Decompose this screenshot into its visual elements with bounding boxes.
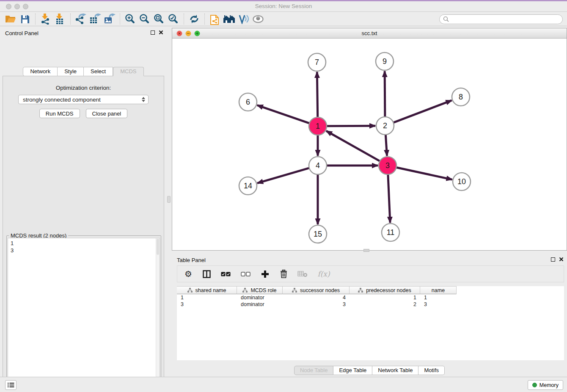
graph-edge-3-10[interactable] [396, 167, 452, 179]
mcds-result-group: MCDS result (2 nodes) 1 3 [6, 235, 161, 392]
application-window: Session: New Session [0, 0, 567, 392]
result-scrollbar-thumb[interactable] [157, 239, 159, 255]
close-panel-icon[interactable] [159, 30, 163, 35]
graph-edge-3-1[interactable] [326, 131, 380, 161]
cell-predecessor-nodes[interactable]: 2 [350, 301, 420, 308]
run-mcds-button[interactable]: Run MCDS [39, 109, 80, 118]
import-table-button[interactable] [53, 13, 67, 25]
select-all-columns-button[interactable] [220, 268, 231, 280]
create-column-button[interactable] [259, 268, 270, 280]
column-header-name[interactable]: name [420, 286, 457, 294]
tab-style[interactable]: Style [58, 67, 84, 76]
cell-successor-nodes[interactable]: 3 [283, 301, 350, 308]
tab-select[interactable]: Select [84, 67, 113, 76]
save-floppy-icon [20, 14, 30, 24]
control-panel-header: Control Panel [0, 26, 167, 40]
control-panel-tabs: Network Style Select MCDS [0, 67, 167, 76]
delete-column-button[interactable] [278, 268, 289, 280]
memory-button[interactable]: Memory [528, 380, 563, 390]
cell-mcds-role[interactable]: dominator [237, 294, 283, 301]
export-image-button[interactable] [102, 13, 117, 25]
float-panel-icon[interactable] [151, 30, 155, 35]
graph-edge-1-2[interactable] [327, 126, 375, 126]
table-settings-button[interactable]: ⚙ [183, 268, 193, 280]
tab-mcds[interactable]: MCDS [113, 67, 143, 76]
cell-successor-nodes[interactable]: 4 [283, 294, 350, 301]
tab-edge-table[interactable]: Edge Table [333, 366, 372, 375]
table-row[interactable]: 1 dominator 4 1 1 [177, 294, 564, 301]
network-graph[interactable]: 7968124314101511 [172, 39, 567, 250]
column-header-mcds-role[interactable]: MCDS role [237, 286, 283, 294]
cell-mcds-role[interactable]: dominator [237, 301, 283, 308]
graph-edge-2-9[interactable] [385, 71, 385, 117]
export-table-icon [89, 14, 101, 25]
graph-edge-3-11[interactable] [388, 174, 390, 223]
graph-node-label-2: 2 [383, 121, 387, 130]
import-network-button[interactable] [39, 13, 53, 25]
export-network-button[interactable] [74, 13, 88, 25]
graph-edge-1-7[interactable] [317, 72, 317, 117]
graph-node-label-14: 14 [244, 182, 252, 190]
table-row[interactable]: 3 dominator 3 2 3 [177, 301, 564, 308]
new-network-button[interactable] [208, 13, 222, 25]
graph-node-label-6: 6 [246, 98, 250, 106]
unselect-all-columns-button[interactable] [239, 268, 251, 280]
export-table-button[interactable] [88, 13, 102, 25]
search-input[interactable] [451, 16, 559, 22]
vertical-splitter-handle[interactable] [167, 196, 171, 203]
float-panel-icon[interactable] [551, 257, 555, 262]
tab-network-table[interactable]: Network Table [372, 366, 418, 375]
column-header-successor-nodes[interactable]: successor nodes [283, 286, 350, 294]
criterion-select[interactable]: strongly connected component [18, 95, 149, 104]
column-header-shared-name[interactable]: shared name [177, 286, 237, 294]
show-hide-button[interactable] [251, 13, 265, 25]
tab-network[interactable]: Network [23, 67, 58, 76]
mcds-result-textarea[interactable]: 1 3 [8, 238, 160, 392]
session-title: Session: New Session [0, 3, 567, 9]
zoom-out-button[interactable] [138, 13, 152, 25]
houses-icon [223, 14, 236, 24]
open-session-button[interactable] [3, 13, 18, 25]
result-scrollbar[interactable] [156, 238, 160, 392]
column-header-predecessor-nodes[interactable]: predecessor nodes [350, 286, 420, 294]
function-builder-button[interactable]: f(x) [317, 268, 331, 280]
cell-shared-name[interactable]: 1 [177, 294, 237, 301]
checked-boxes-icon [221, 272, 231, 276]
close-panel-button[interactable]: Close panel [86, 109, 128, 118]
delete-table-button[interactable] [297, 268, 308, 280]
memory-status-icon [532, 383, 537, 387]
new-network-document-icon [210, 14, 220, 25]
network-window-titlebar[interactable]: scc.txt [172, 28, 567, 39]
zoom-selected-button[interactable] [166, 13, 181, 25]
cell-name[interactable]: 3 [420, 301, 457, 308]
vizmapper-button[interactable] [237, 13, 251, 25]
cell-predecessor-nodes[interactable]: 1 [350, 294, 420, 301]
table-panel-title: Table Panel [177, 257, 206, 263]
graph-edge-4-14[interactable] [257, 168, 309, 183]
table-panel: Table Panel ⚙ [172, 253, 567, 377]
task-history-button[interactable] [5, 380, 17, 390]
graph-node-label-3: 3 [385, 161, 390, 170]
attribute-tree-icon [292, 288, 297, 293]
zoom-fit-button[interactable] [152, 13, 166, 25]
mcds-result-text: 1 3 [8, 238, 160, 255]
graph-edge-2-3[interactable] [385, 135, 387, 156]
attribute-tree-icon [358, 288, 363, 293]
window-resize-grip[interactable] [363, 249, 369, 252]
zoom-in-icon [125, 14, 136, 25]
tab-motifs[interactable]: Motifs [418, 366, 445, 375]
show-columns-button[interactable] [201, 268, 212, 280]
toolbar-separator [70, 14, 71, 25]
cell-shared-name[interactable]: 3 [177, 301, 237, 308]
save-session-button[interactable] [18, 13, 32, 25]
zoom-in-button[interactable] [123, 13, 138, 25]
graph-edge-2-8[interactable] [394, 100, 452, 122]
cell-name[interactable]: 1 [420, 294, 457, 301]
refresh-view-button[interactable] [187, 13, 201, 25]
tab-node-table[interactable]: Node Table [294, 366, 334, 375]
home-layout-button[interactable] [222, 13, 237, 25]
graph-edge-1-6[interactable] [257, 105, 309, 124]
close-panel-icon[interactable] [559, 257, 564, 262]
mcds-tab-content: Optimization criterion: strongly connect… [3, 76, 164, 392]
unchecked-boxes-icon [241, 272, 250, 276]
